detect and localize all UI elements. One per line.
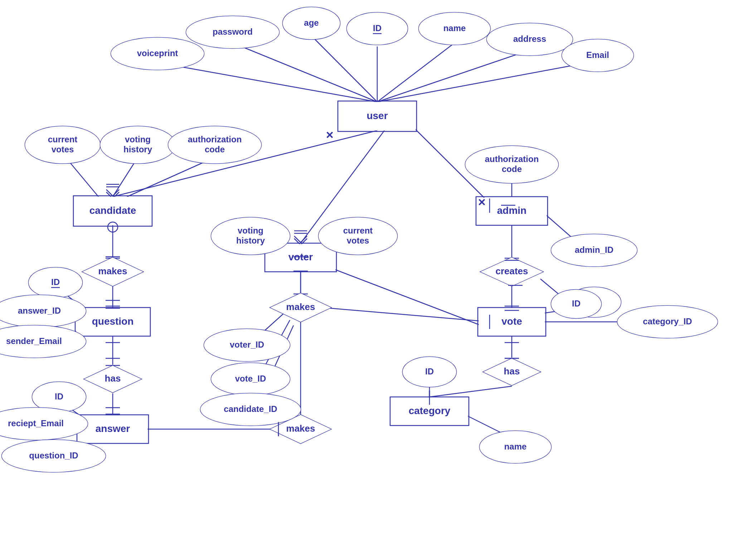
er-diagram [0, 0, 748, 560]
